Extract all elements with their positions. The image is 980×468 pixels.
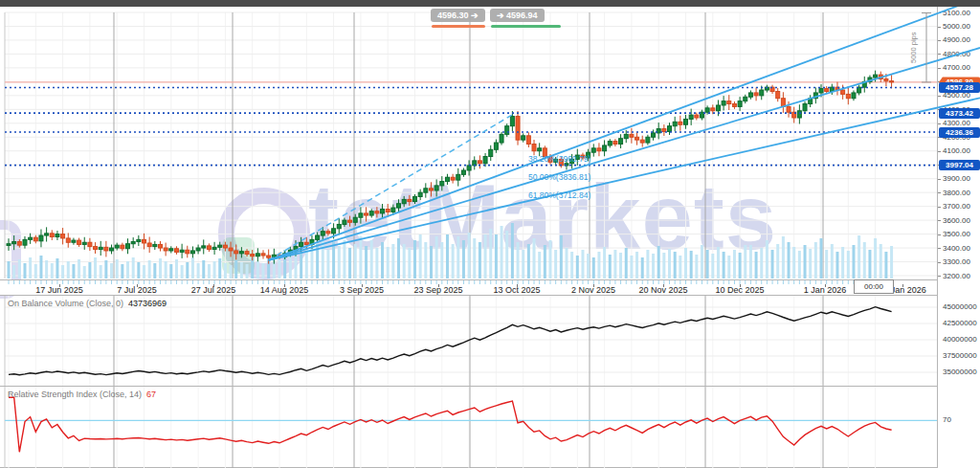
time-axis-label: 7 Jul 2025 xyxy=(117,285,157,295)
obv-title: On Balance Volume (Close, 0) xyxy=(8,299,123,308)
time-axis-label: 2 Nov 2025 xyxy=(571,285,615,295)
time-axis-label: 27 Jul 2025 xyxy=(191,285,236,295)
time-axis-label: 23 Sep 2025 xyxy=(413,285,462,295)
obv-chart-surface[interactable] xyxy=(0,296,937,386)
time-axis-label: 14 Aug 2025 xyxy=(260,285,309,295)
svg-text:38.20%(3960.79): 38.20%(3960.79) xyxy=(528,154,590,164)
ask-arrow-icon: ➔ xyxy=(497,11,504,20)
rsi-header: Relative Strength Index (Close, 14)67 xyxy=(8,390,156,399)
svg-text:5000 pips: 5000 pips xyxy=(909,32,918,63)
time-axis-label: 13 Oct 2025 xyxy=(493,285,540,295)
time-axis-label: 20 Nov 2025 xyxy=(638,285,687,295)
obv-axis-label: 35000000 xyxy=(943,368,977,376)
ask-underline-bar xyxy=(491,25,561,28)
obv-current-value: 43736969 xyxy=(128,299,167,308)
time-axis-label: 3 Sep 2025 xyxy=(340,285,384,295)
rsi-title: Relative Strength Index (Close, 14) xyxy=(8,390,142,399)
bid-price-badge[interactable]: 4596.30 ➔ xyxy=(431,9,485,22)
svg-text:61.80%(3712.84): 61.80%(3712.84) xyxy=(528,190,590,200)
rsi-indicator-panel[interactable]: Relative Strength Index (Close, 14)67 xyxy=(0,386,937,468)
obv-axis-label: 42500000 xyxy=(943,319,977,327)
bid-arrow-icon: ➔ xyxy=(471,11,479,20)
time-axis-label: 10 Dec 2025 xyxy=(715,285,764,295)
rsi-current-value: 67 xyxy=(146,390,156,399)
trading-chart-window: tetMarkets 38.20%(3960.79)50.00%(3836.81… xyxy=(0,0,980,468)
rsi-axis-label: 70 xyxy=(943,415,951,424)
window-top-bar xyxy=(0,0,980,7)
current-time-marker: 00:00 xyxy=(854,279,894,294)
main-price-chart[interactable]: 38.20%(3960.79)50.00%(3836.81)61.80%(371… xyxy=(0,7,980,279)
svg-text:50.00%(3836.81): 50.00%(3836.81) xyxy=(528,172,590,182)
time-axis[interactable]: 17 Jun 20257 Jul 202527 Jul 202514 Aug 2… xyxy=(0,279,937,295)
time-axis-label: 1 Jan 2026 xyxy=(804,285,847,295)
obv-axis-label: 40000000 xyxy=(943,335,977,344)
obv-axis-label: 37500000 xyxy=(943,351,977,360)
obv-header: On Balance Volume (Close, 0)43736969 xyxy=(8,299,167,308)
ask-price: 4596.94 xyxy=(506,11,538,20)
bid-price: 4596.30 xyxy=(437,11,469,20)
bid-underline-bar xyxy=(432,25,485,28)
time-axis-label: 17 Jun 2025 xyxy=(35,285,83,295)
obv-indicator-panel[interactable]: On Balance Volume (Close, 0)43736969 xyxy=(0,295,937,385)
obv-axis-label: 45000000 xyxy=(943,302,977,311)
ask-price-badge[interactable]: ➔ 4596.94 xyxy=(490,9,545,22)
